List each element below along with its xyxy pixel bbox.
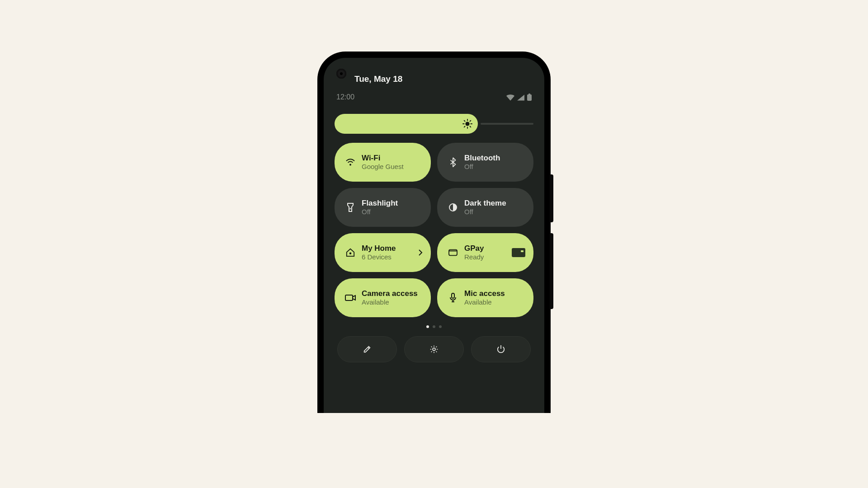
tile-label: Flashlight bbox=[362, 198, 398, 208]
page-indicator bbox=[335, 325, 533, 328]
chevron-right-icon bbox=[418, 249, 423, 256]
status-bar: 12:00 bbox=[335, 93, 533, 101]
tile-label: Bluetooth bbox=[464, 153, 500, 163]
pencil-icon bbox=[363, 345, 371, 353]
tile-bluetooth[interactable]: Bluetooth Off bbox=[437, 143, 533, 182]
camera-icon bbox=[343, 294, 358, 302]
phone-screen: Tue, May 18 12:00 bbox=[324, 58, 544, 413]
status-icons bbox=[506, 94, 532, 101]
volume-button bbox=[550, 174, 553, 222]
tile-label: Dark theme bbox=[464, 198, 506, 208]
tile-sub: Off bbox=[464, 208, 506, 216]
tile-sub: Off bbox=[362, 208, 398, 216]
svg-rect-16 bbox=[512, 248, 525, 257]
svg-rect-18 bbox=[345, 295, 353, 300]
battery-icon bbox=[527, 94, 532, 101]
tile-sub: Available bbox=[464, 298, 505, 307]
power-menu-button[interactable] bbox=[471, 336, 531, 362]
flashlight-icon bbox=[343, 202, 358, 212]
svg-line-9 bbox=[464, 127, 465, 127]
svg-rect-0 bbox=[527, 94, 532, 101]
mic-icon bbox=[445, 293, 461, 303]
svg-line-8 bbox=[470, 127, 471, 127]
gear-icon bbox=[429, 345, 439, 354]
tile-sub: Off bbox=[464, 163, 500, 171]
svg-point-14 bbox=[349, 253, 352, 255]
svg-point-20 bbox=[433, 348, 435, 351]
wallet-icon bbox=[445, 249, 461, 257]
tile-sub: Google Guest bbox=[362, 163, 404, 171]
power-icon bbox=[497, 345, 505, 354]
page-dot-1 bbox=[426, 325, 429, 328]
svg-rect-17 bbox=[521, 250, 524, 252]
tile-camera-access[interactable]: Camera access Available bbox=[335, 278, 431, 317]
clock-label: 12:00 bbox=[336, 93, 354, 101]
brightness-fill bbox=[335, 114, 478, 134]
page-dot-2 bbox=[433, 325, 435, 328]
wifi-icon bbox=[343, 158, 358, 166]
brightness-track bbox=[481, 123, 533, 125]
date-label: Tue, May 18 bbox=[354, 74, 533, 84]
settings-button[interactable] bbox=[404, 336, 464, 362]
dark-theme-icon bbox=[445, 203, 461, 212]
brightness-slider[interactable] bbox=[335, 114, 533, 134]
tile-dark-theme[interactable]: Dark theme Off bbox=[437, 188, 533, 227]
tile-label: GPay bbox=[464, 244, 484, 253]
tile-sub: Available bbox=[362, 298, 418, 307]
tile-flashlight[interactable]: Flashlight Off bbox=[335, 188, 431, 227]
tile-label: My Home bbox=[362, 244, 396, 253]
wifi-status-icon bbox=[506, 94, 514, 101]
svg-rect-1 bbox=[528, 94, 530, 95]
tile-mic-access[interactable]: Mic access Available bbox=[437, 278, 533, 317]
bluetooth-icon bbox=[445, 157, 461, 167]
home-icon bbox=[343, 248, 358, 257]
phone-frame: Tue, May 18 12:00 bbox=[317, 52, 551, 413]
edit-button[interactable] bbox=[337, 336, 397, 362]
tile-sub: 6 Devices bbox=[362, 253, 396, 262]
footer-actions bbox=[335, 336, 533, 362]
card-icon bbox=[512, 248, 525, 257]
page-dot-3 bbox=[439, 325, 442, 328]
tile-label: Mic access bbox=[464, 289, 505, 298]
tile-label: Wi-Fi bbox=[362, 153, 404, 163]
cell-signal-icon bbox=[517, 94, 524, 101]
svg-point-11 bbox=[349, 164, 351, 165]
tile-my-home[interactable]: My Home 6 Devices bbox=[335, 233, 431, 272]
svg-point-2 bbox=[465, 122, 469, 126]
tile-label: Camera access bbox=[362, 289, 418, 298]
brightness-icon bbox=[462, 119, 472, 129]
quick-settings-grid: Wi-Fi Google Guest Bluetooth Off bbox=[335, 143, 533, 317]
svg-point-12 bbox=[350, 208, 351, 210]
front-camera bbox=[336, 69, 346, 79]
svg-rect-19 bbox=[452, 293, 454, 298]
svg-line-10 bbox=[470, 121, 471, 122]
tile-gpay[interactable]: GPay Ready bbox=[437, 233, 533, 272]
power-button-physical bbox=[550, 233, 553, 309]
svg-line-7 bbox=[464, 121, 465, 122]
tile-wifi[interactable]: Wi-Fi Google Guest bbox=[335, 143, 431, 182]
stage: Tue, May 18 12:00 bbox=[105, 0, 763, 369]
tile-sub: Ready bbox=[464, 253, 484, 262]
